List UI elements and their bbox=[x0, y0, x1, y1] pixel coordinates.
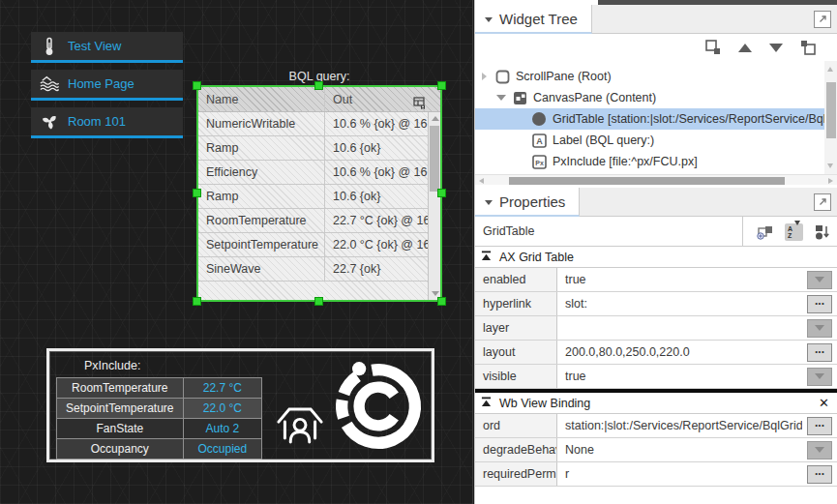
popout-icon[interactable] bbox=[814, 11, 831, 28]
dropdown-button[interactable] bbox=[807, 271, 832, 289]
ellipsis-button[interactable]: ... bbox=[807, 295, 832, 313]
property-value[interactable]: r bbox=[557, 462, 802, 486]
grid-table-header: Name Out bbox=[198, 87, 440, 112]
property-label: enabled bbox=[475, 268, 557, 291]
cell-name: NumericWritable bbox=[198, 112, 325, 135]
tree-item-gridtable[interactable]: GridTable [station:|slot:/Services/Repor… bbox=[475, 108, 824, 130]
property-label: degradeBehav bbox=[475, 438, 557, 461]
move-down-icon[interactable] bbox=[769, 44, 783, 52]
ellipsis-button[interactable]: ... bbox=[807, 417, 832, 435]
scrollbar-thumb[interactable] bbox=[509, 177, 785, 185]
tree-item-canvaspane[interactable]: CanvasPane (Content) bbox=[475, 87, 824, 108]
nav-button-test-view[interactable]: Test View bbox=[31, 32, 183, 63]
property-value[interactable]: slot: bbox=[557, 292, 802, 315]
dropdown-button[interactable] bbox=[807, 319, 832, 338]
property-value[interactable]: true bbox=[557, 268, 802, 291]
tree-item-label-widget[interactable]: A Label (BQL query:) bbox=[475, 130, 824, 151]
resize-handle[interactable] bbox=[314, 81, 323, 90]
panel-title: Properties bbox=[499, 193, 565, 210]
resize-handle[interactable] bbox=[437, 189, 446, 197]
az-bottom: Z bbox=[788, 232, 792, 239]
cell-out: 22.0 °C {ok} @ 16 bbox=[325, 233, 428, 256]
property-value[interactable]: true bbox=[557, 365, 802, 388]
table-row: Ramp10.6 {ok} bbox=[198, 136, 428, 161]
property-value[interactable]: station:|slot:/Services/ReportService/Bq… bbox=[557, 414, 802, 437]
scrollbar-thumb[interactable] bbox=[430, 126, 439, 192]
cell-out: 10.6 % {ok} @ 16 bbox=[325, 161, 428, 184]
table-options-icon[interactable] bbox=[413, 93, 425, 118]
table-row: Efficiency10.6 % {ok} @ 16 bbox=[198, 161, 428, 185]
table-row: SetpointTemperature 22.0 °C bbox=[57, 399, 262, 419]
az-top: A bbox=[788, 225, 792, 232]
popout-icon[interactable] bbox=[814, 193, 831, 211]
property-row-enabled: enabled true bbox=[475, 268, 837, 292]
table-row: SineWave22.7 {ok} bbox=[198, 257, 428, 282]
scrollbar-thumb[interactable] bbox=[826, 82, 836, 138]
property-value[interactable]: 200.0,80.0,250.0,220.0 bbox=[557, 341, 802, 364]
tree-vertical-scrollbar[interactable] bbox=[824, 61, 837, 174]
property-row-hyperlink: hyperlink slot: ... bbox=[475, 292, 837, 316]
scrollpane-icon bbox=[494, 70, 510, 84]
property-value[interactable] bbox=[557, 316, 802, 340]
resize-handle[interactable] bbox=[193, 81, 201, 90]
scroll-up-icon[interactable] bbox=[827, 67, 833, 72]
table-row: RoomTemperature22.7 °C {ok} @ 16 bbox=[198, 209, 428, 233]
collapse-section-icon[interactable] bbox=[481, 251, 492, 264]
scroll-down-icon[interactable] bbox=[432, 291, 439, 296]
px-row-label: FanState bbox=[57, 419, 184, 439]
cell-out: 10.6 {ok} bbox=[325, 185, 428, 208]
tree-horizontal-scrollbar[interactable] bbox=[475, 174, 837, 185]
move-up-icon[interactable] bbox=[738, 44, 752, 52]
nav-button-room-101[interactable]: Room 101 bbox=[31, 107, 183, 138]
px-include-widget[interactable]: PxInclude: RoomTemperature 22.7 °C Setpo… bbox=[46, 348, 434, 462]
cell-name: Ramp bbox=[198, 185, 325, 208]
property-value[interactable]: None bbox=[557, 438, 802, 461]
close-icon[interactable]: ✕ bbox=[819, 396, 829, 410]
section-title: Wb View Binding bbox=[499, 397, 590, 410]
tab-properties[interactable]: Properties bbox=[475, 188, 580, 217]
section-title: AX Grid Table bbox=[499, 251, 574, 264]
dropdown-button[interactable] bbox=[807, 368, 832, 386]
cell-name: SineWave bbox=[198, 257, 325, 281]
property-label: ord bbox=[475, 414, 557, 437]
property-label: visible bbox=[475, 365, 557, 388]
side-panel: Widget Tree bbox=[474, 0, 837, 504]
tab-widget-tree[interactable]: Widget Tree bbox=[475, 5, 592, 34]
table-vertical-scrollbar[interactable] bbox=[428, 112, 440, 300]
scroll-left-icon[interactable] bbox=[479, 178, 484, 184]
bql-grid-table-widget[interactable]: Name Out NumericWritable10.6 % {ok} @ 16… bbox=[196, 85, 442, 302]
sort-alphabetical-icon[interactable]: AZ bbox=[785, 223, 803, 241]
chevron-down-icon bbox=[485, 17, 493, 22]
composite-add-icon[interactable] bbox=[757, 224, 773, 240]
expander-icon[interactable] bbox=[479, 73, 489, 80]
scroll-right-icon[interactable] bbox=[828, 178, 833, 184]
dropdown-button[interactable] bbox=[807, 441, 832, 460]
property-label: layout bbox=[475, 341, 557, 364]
scroll-up-icon[interactable] bbox=[432, 116, 439, 121]
tree-item-label: GridTable [station:|slot:/Services/Repor… bbox=[553, 112, 824, 126]
px-row-label: SetpointTemperature bbox=[57, 399, 184, 419]
resize-handle[interactable] bbox=[193, 189, 201, 197]
px-canvas[interactable]: Test View Home Page Room 101 BQL query: bbox=[0, 0, 473, 504]
table-row: NumericWritable10.6 % {ok} @ 16 bbox=[198, 112, 428, 136]
ellipsis-button[interactable]: ... bbox=[807, 465, 832, 484]
px-row-value: Auto 2 bbox=[183, 419, 261, 439]
resize-handle[interactable] bbox=[437, 81, 446, 90]
property-label: hyperlink bbox=[475, 292, 557, 315]
ellipsis-button[interactable]: ... bbox=[807, 343, 832, 362]
cell-name: SetpointTemperature bbox=[198, 233, 325, 256]
tree-item-pxinclude[interactable]: Px PxInclude [file:^px/FCU.px] bbox=[475, 151, 824, 172]
scroll-down-icon[interactable] bbox=[827, 163, 833, 168]
bring-to-front-icon[interactable] bbox=[800, 40, 816, 55]
tree-item-scrollpane[interactable]: ScrollPane (Root) bbox=[475, 66, 824, 87]
collapse-section-icon[interactable] bbox=[481, 397, 492, 410]
sort-by-kind-icon[interactable] bbox=[815, 224, 829, 240]
resize-handle[interactable] bbox=[314, 297, 323, 306]
nav-button-home-page[interactable]: Home Page bbox=[31, 70, 183, 101]
px-include-title: PxInclude: bbox=[84, 359, 140, 372]
send-to-back-icon[interactable] bbox=[705, 40, 721, 55]
cell-out: 22.7 °C {ok} @ 16 bbox=[325, 209, 428, 232]
expander-icon[interactable] bbox=[496, 95, 506, 101]
resize-handle[interactable] bbox=[437, 297, 446, 306]
resize-handle[interactable] bbox=[193, 297, 201, 306]
